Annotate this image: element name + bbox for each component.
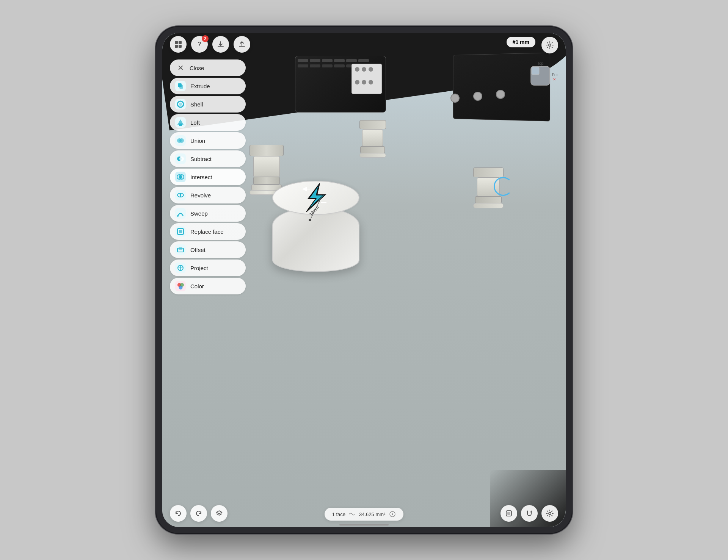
- project-label: Project: [190, 265, 208, 271]
- screw-pickup-3: [496, 90, 505, 99]
- extrude-label: Extrude: [190, 83, 210, 89]
- svg-rect-7: [175, 41, 178, 44]
- svg-point-20: [179, 103, 182, 106]
- stack-button[interactable]: [500, 505, 517, 522]
- intersect-menu-item[interactable]: Intersect: [170, 169, 246, 185]
- revolve-menu-item[interactable]: Revolve: [170, 187, 246, 203]
- settings-top-button[interactable]: [541, 37, 558, 53]
- intersect-label: Intersect: [190, 174, 212, 180]
- svg-point-40: [179, 286, 183, 289]
- svg-rect-34: [179, 247, 182, 250]
- union-menu-item[interactable]: Union: [170, 132, 246, 149]
- svg-point-24: [179, 138, 184, 143]
- toolbar-bottom: 1 face 34.625 mm²: [162, 501, 566, 527]
- grid-button[interactable]: [170, 36, 187, 53]
- help-badge: 2: [202, 35, 209, 42]
- revolve-label: Revolve: [190, 192, 211, 199]
- svg-rect-32: [179, 230, 182, 233]
- bottom-right-controls: [500, 505, 558, 522]
- svg-rect-13: [532, 67, 539, 75]
- color-icon: [175, 281, 186, 291]
- project-menu-item[interactable]: Project: [170, 260, 246, 276]
- help-button[interactable]: ? 2: [191, 36, 208, 53]
- extrude-menu-item[interactable]: Extrude: [170, 78, 246, 94]
- toolbar-top: ? 2 #1 mm: [162, 33, 566, 56]
- color-label: Color: [190, 283, 204, 289]
- loft-icon: [175, 117, 186, 128]
- screw-pickup-2: [473, 92, 482, 101]
- loft-menu-item[interactable]: Loft: [170, 114, 246, 131]
- precision-badge[interactable]: #1 mm: [507, 37, 535, 47]
- bottom-left-controls: [170, 505, 228, 522]
- tablet-screen: 13mm ? 2: [162, 33, 566, 527]
- replace-face-menu-item[interactable]: Replace face: [170, 223, 246, 240]
- share-button[interactable]: [234, 36, 250, 53]
- revolve-icon: [175, 190, 186, 200]
- close-label: Close: [190, 65, 204, 71]
- svg-point-26: [179, 156, 184, 161]
- intersect-icon: [175, 172, 186, 182]
- tablet-frame: 13mm ? 2: [155, 26, 573, 534]
- close-icon: ✕: [175, 63, 186, 73]
- download-button[interactable]: [212, 36, 229, 53]
- side-menu: ✕ Close Extrude Shell: [170, 59, 246, 294]
- svg-rect-18: [179, 85, 183, 89]
- svg-rect-22: [179, 124, 182, 126]
- blue-arc-cursor: [494, 177, 513, 196]
- sweep-icon: [175, 208, 186, 219]
- svg-text:Top: Top: [537, 61, 544, 66]
- svg-text:✕: ✕: [553, 77, 556, 81]
- svg-text:13mm: 13mm: [308, 205, 320, 216]
- svg-point-42: [392, 513, 393, 515]
- shell-menu-item[interactable]: Shell: [170, 96, 246, 113]
- offset-icon: [175, 244, 186, 255]
- axis-indicator: Top Front ✕: [523, 59, 557, 93]
- knob-group-2: [359, 120, 386, 158]
- replace-face-icon: [175, 226, 186, 237]
- layers-button[interactable]: [211, 505, 228, 522]
- subtract-label: Subtract: [190, 156, 212, 162]
- svg-point-11: [549, 44, 551, 46]
- svg-rect-9: [175, 45, 178, 48]
- shell-label: Shell: [190, 101, 203, 108]
- settings-bottom-button[interactable]: [541, 505, 558, 522]
- offset-menu-item[interactable]: Offset: [170, 241, 246, 258]
- svg-text:Front: Front: [552, 73, 557, 77]
- shell-icon: [175, 99, 186, 109]
- color-menu-item[interactable]: Color: [170, 278, 246, 294]
- screw-pickup-1: [450, 94, 460, 103]
- face-count: 1 face: [332, 512, 345, 517]
- union-icon: [175, 135, 186, 146]
- svg-rect-10: [179, 45, 182, 48]
- svg-rect-44: [507, 512, 510, 515]
- sweep-menu-item[interactable]: Sweep: [170, 205, 246, 222]
- hardware-panel: [295, 56, 386, 113]
- bottom-info-bar: 1 face 34.625 mm²: [325, 508, 404, 521]
- scroll-indicator: [339, 524, 389, 526]
- area-value: 34.625 mm²: [359, 512, 385, 517]
- main-cylinder: [272, 181, 359, 272]
- svg-point-47: [549, 512, 551, 515]
- close-menu-item[interactable]: ✕ Close: [170, 59, 246, 76]
- union-label: Union: [190, 138, 205, 144]
- loft-label: Loft: [190, 119, 200, 126]
- help-icon: ?: [198, 41, 201, 48]
- extrude-icon: [175, 81, 186, 91]
- undo-button[interactable]: [170, 505, 187, 522]
- redo-button[interactable]: [190, 505, 207, 522]
- sweep-label: Sweep: [190, 210, 208, 217]
- svg-point-30: [177, 215, 179, 217]
- offset-label: Offset: [190, 247, 206, 253]
- replace-face-label: Replace face: [190, 228, 224, 235]
- subtract-icon: [175, 153, 186, 164]
- subtract-menu-item[interactable]: Subtract: [170, 150, 246, 167]
- magnet-button[interactable]: [521, 505, 538, 522]
- svg-point-5: [308, 219, 311, 222]
- svg-rect-8: [179, 41, 182, 44]
- project-icon: [175, 263, 186, 273]
